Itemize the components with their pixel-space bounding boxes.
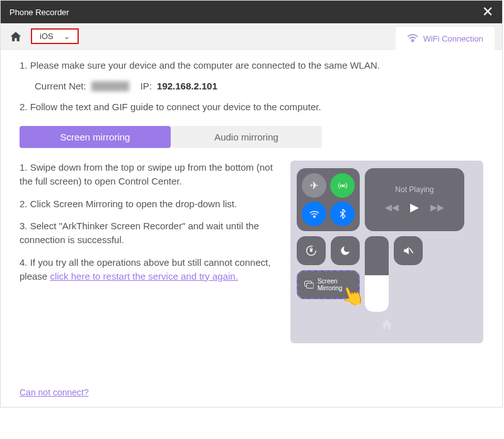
tab-screen-mirroring[interactable]: Screen mirroring [20, 126, 171, 148]
network-name-blurred [91, 81, 129, 91]
wifi-label: WiFi Connection [423, 34, 483, 43]
screen-mirroring-tile: Screen Mirroring 👆 [297, 270, 360, 299]
play-icon: ▶ [410, 200, 419, 214]
home-app-icon [297, 318, 477, 334]
close-icon[interactable]: ✕ [482, 4, 493, 20]
connectivity-tile: ✈ [297, 168, 360, 231]
home-icon[interactable] [8, 29, 23, 44]
svg-line-5 [410, 248, 413, 253]
svg-point-0 [341, 185, 344, 187]
instruction-2: 2. Follow the text and GIF guide to conn… [20, 100, 483, 113]
svg-rect-2 [310, 249, 312, 252]
svg-rect-4 [307, 283, 314, 288]
wifi-icon [407, 33, 418, 44]
step-2: 2. Click Screen Mirroring to open the dr… [20, 197, 278, 211]
mirroring-tabs: Screen mirroring Audio mirroring [20, 126, 483, 148]
prev-track-icon: ◀◀ [385, 202, 399, 212]
brightness-icon: ☀ [373, 295, 381, 305]
next-track-icon: ▶▶ [430, 202, 444, 212]
wifi-bubble-icon [302, 202, 326, 226]
cannot-connect-link[interactable]: Can not connect? [20, 387, 89, 397]
network-info: Current Net: IP: 192.168.2.101 [35, 81, 483, 91]
cellular-icon [330, 173, 355, 198]
dropdown-value: iOS [40, 31, 54, 41]
wifi-connection-button[interactable]: WiFi Connection [396, 27, 495, 50]
platform-dropdown[interactable]: iOS ⌄ [31, 28, 79, 44]
restart-service-link[interactable]: click here to restart the service and tr… [50, 271, 238, 282]
mute-icon [394, 236, 423, 265]
step-1: 1. Swipe down from the top or swipe up f… [20, 161, 278, 188]
step-3: 3. Select "ArkThinker Screen Recorder" a… [20, 219, 278, 247]
content-area: 1. Please make sure your device and the … [1, 50, 502, 407]
steps-panel: 1. Swipe down from the top or swipe up f… [20, 161, 278, 343]
music-tile: Not Playing ◀◀ ▶ ▶▶ [365, 168, 464, 231]
ip-label: IP: [140, 81, 152, 91]
toolbar: iOS ⌄ WiFi Connection [1, 23, 502, 50]
chevron-down-icon: ⌄ [64, 32, 70, 41]
bluetooth-icon [330, 202, 355, 226]
dnd-moon-icon [331, 236, 360, 265]
airplane-icon: ✈ [302, 173, 326, 198]
window-title: Phone Recorder [9, 8, 69, 17]
instruction-1: 1. Please make sure your device and the … [20, 59, 483, 72]
tab-audio-mirroring[interactable]: Audio mirroring [171, 126, 322, 148]
brightness-slider: ☀ [365, 236, 389, 312]
control-center-preview: ✈ Not Playing ◀◀ [290, 161, 483, 343]
ip-value: 192.168.2.101 [157, 81, 217, 91]
step-4: 4. If you try all the operations above b… [20, 256, 278, 283]
current-net-label: Current Net: [35, 81, 86, 91]
titlebar: Phone Recorder ✕ [1, 1, 502, 23]
not-playing-label: Not Playing [395, 185, 433, 194]
rotation-lock-icon [297, 236, 326, 265]
